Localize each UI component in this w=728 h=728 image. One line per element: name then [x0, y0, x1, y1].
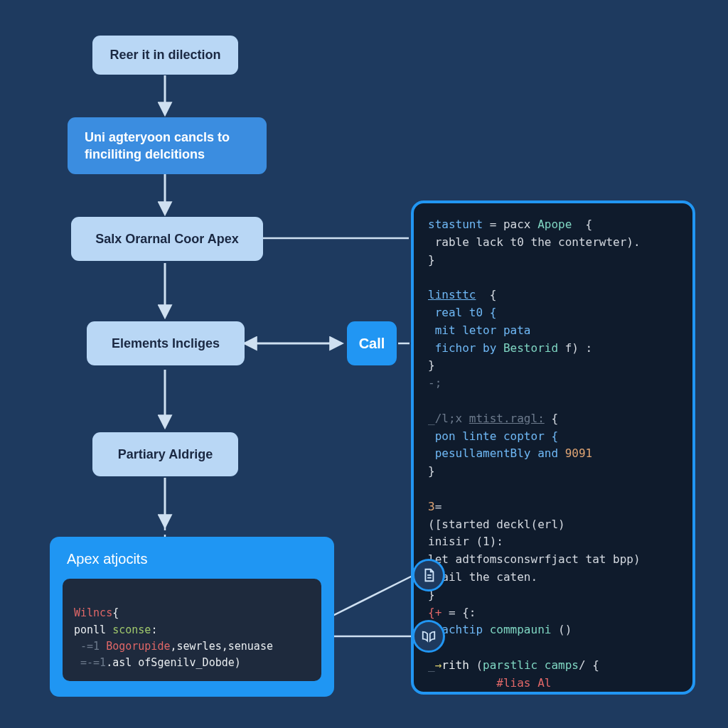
apex-container: Apex atjocits Wilncs{ ponll sconse: -=1 …	[50, 537, 334, 697]
flow-node-4-label: Elements Incliges	[112, 335, 220, 352]
apex-inner-code: Wilncs{ ponll sconse: -=1 Bogorupide,sew…	[63, 579, 321, 681]
flow-node-3: Salx Orarnal Coor Apex	[71, 217, 263, 261]
flow-node-5: Partiary Aldrige	[92, 432, 238, 476]
book-open-icon	[421, 628, 437, 644]
flow-node-1-label: Reer it in dilection	[109, 46, 220, 63]
document-icon	[421, 567, 437, 583]
flow-node-5-label: Partiary Aldrige	[118, 446, 213, 463]
flow-node-2-label: Uni agteryoon cancls to finciliting delc…	[85, 129, 251, 164]
flow-node-3-label: Salx Orarnal Coor Apex	[95, 230, 238, 247]
apex-title: Apex atjocits	[67, 551, 321, 567]
document-icon-button[interactable]	[412, 559, 445, 592]
flow-node-4: Elements Incliges	[87, 321, 245, 365]
flow-node-2: Uni agteryoon cancls to finciliting delc…	[68, 117, 267, 174]
flow-node-1: Reer it in dilection	[92, 36, 238, 75]
call-node: Call	[347, 321, 397, 365]
code-panel: stastunt = pacx Apope { rable lack t0 th…	[411, 200, 695, 695]
book-icon-button[interactable]	[412, 620, 445, 653]
call-node-label: Call	[359, 334, 385, 353]
